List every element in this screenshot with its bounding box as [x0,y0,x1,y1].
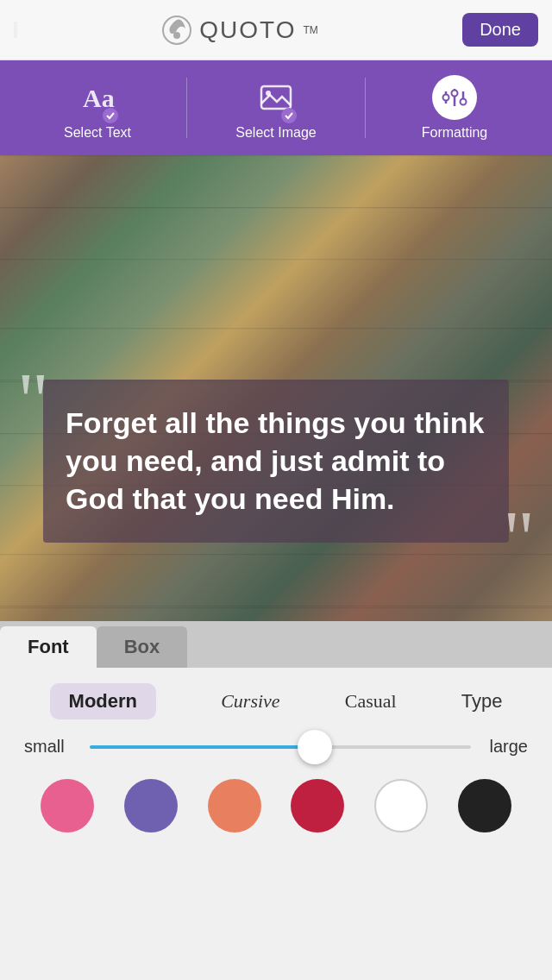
svg-point-1 [173,32,180,39]
font-options: Modern Cursive Casual Type [0,668,552,728]
svg-point-6 [443,95,449,101]
image-area: " Forget all the things you think you ne… [0,155,552,621]
step-bar: Aa Select Text Select Image [0,60,552,155]
step-formatting[interactable]: Formatting [366,75,543,141]
home-button[interactable] [14,22,17,38]
svg-rect-3 [261,86,291,109]
color-swatch-coral[interactable] [208,779,261,832]
slider-large-label: large [485,737,528,757]
done-button[interactable]: Done [462,13,538,47]
step-text-check [103,108,118,123]
color-row [0,765,552,841]
select-image-icon [254,75,298,120]
logo-icon [161,15,192,46]
quote-box[interactable]: Forget all the things you think you need… [43,380,509,543]
tab-font[interactable]: Font [0,626,97,668]
formatting-icon [432,75,477,120]
bottom-panel: Font Box Modern Cursive Casual Type smal… [0,621,552,894]
font-casual[interactable]: Casual [345,690,397,713]
slider-row: small large [0,728,552,765]
color-swatch-crimson[interactable] [291,779,344,832]
font-cursive[interactable]: Cursive [221,690,279,713]
font-modern[interactable]: Modern [50,683,156,719]
font-type[interactable]: Type [461,690,503,713]
logo-tm: TM [304,24,318,36]
logo-area: QUOTOTM [161,15,317,46]
color-swatch-purple[interactable] [124,779,178,832]
color-swatch-white[interactable] [374,779,428,832]
svg-point-8 [452,91,458,97]
tab-box[interactable]: Box [97,626,188,668]
step-image-check [281,108,297,123]
tab-row: Font Box [0,621,552,668]
quote-text: Forget all the things you think you need… [66,406,484,515]
step-formatting-label: Formatting [422,125,487,141]
quote-mark-right: " [503,500,535,578]
select-text-icon: Aa [75,75,120,120]
svg-point-4 [266,91,271,96]
color-swatch-black[interactable] [458,779,511,832]
color-swatch-pink[interactable] [41,779,94,832]
logo-text: QUOTO [199,16,296,44]
step-image-label: Select Image [235,125,316,141]
font-size-slider[interactable] [90,745,471,749]
step-text-label: Select Text [64,125,131,141]
slider-small-label: small [24,737,76,757]
step-select-image[interactable]: Select Image [187,75,365,141]
top-bar: QUOTOTM Done [0,0,552,60]
svg-point-10 [461,99,467,105]
step-select-text[interactable]: Aa Select Text [9,75,186,141]
